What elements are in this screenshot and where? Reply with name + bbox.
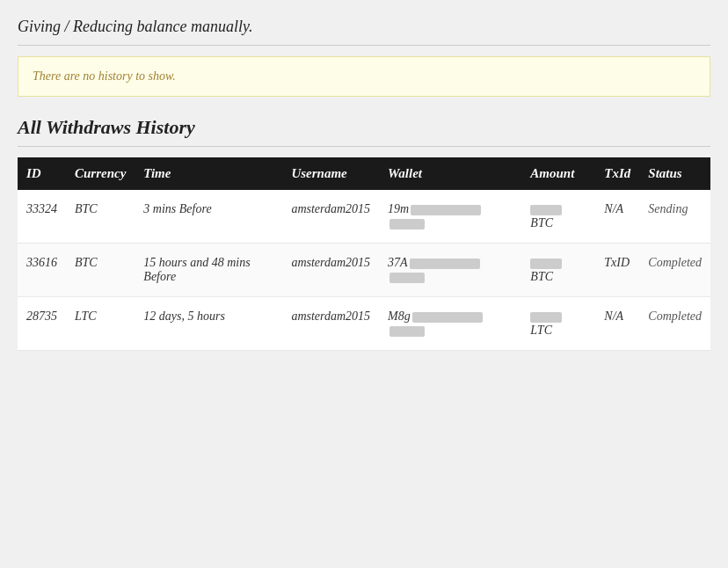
cell-wallet: 37A	[379, 244, 521, 297]
wallet-prefix: 37A	[388, 256, 408, 269]
cell-txid: N/A	[595, 190, 639, 244]
cell-currency: LTC	[66, 297, 135, 351]
no-history-message: There are no history to show.	[33, 69, 176, 83]
table-header-row: ID Currency Time Username Wallet Amount …	[18, 157, 710, 190]
col-header-txid: TxId	[595, 157, 639, 190]
cell-time: 3 mins Before	[135, 190, 282, 244]
divider-2	[18, 146, 710, 147]
col-header-username: Username	[282, 157, 379, 190]
cell-id: 33324	[18, 190, 66, 244]
cell-username: amsterdam2015	[282, 244, 379, 297]
col-header-id: ID	[18, 157, 66, 190]
table-row: 33616BTC15 hours and 48 mins Beforeamste…	[18, 244, 710, 297]
withdraws-table: ID Currency Time Username Wallet Amount …	[18, 157, 710, 351]
divider-1	[18, 45, 710, 46]
cell-username: amsterdam2015	[282, 190, 379, 244]
col-header-status: Status	[639, 157, 710, 190]
withdraws-heading: All Withdraws History	[18, 116, 710, 139]
manual-balance-title: Giving / Reducing balance manually.	[18, 18, 710, 36]
cell-amount: BTC	[521, 190, 595, 244]
page-container: Giving / Reducing balance manually. Ther…	[0, 0, 728, 568]
cell-amount: LTC	[521, 297, 595, 351]
cell-amount: BTC	[521, 244, 595, 297]
cell-currency: BTC	[66, 190, 135, 244]
table-row: 33324BTC3 mins Beforeamsterdam201519mBTC…	[18, 190, 710, 244]
cell-status: Sending	[639, 190, 710, 244]
cell-status: Completed	[639, 297, 710, 351]
cell-id: 33616	[18, 244, 66, 297]
cell-currency: BTC	[66, 244, 135, 297]
cell-txid: N/A	[595, 297, 639, 351]
table-row: 28735LTC12 days, 5 hoursamsterdam2015M8g…	[18, 297, 710, 351]
col-header-time: Time	[135, 157, 282, 190]
col-header-currency: Currency	[66, 157, 135, 190]
wallet-prefix: M8g	[388, 309, 411, 323]
col-header-amount: Amount	[521, 157, 595, 190]
cell-status: Completed	[639, 244, 710, 297]
no-history-box: There are no history to show.	[18, 56, 710, 97]
col-header-wallet: Wallet	[379, 157, 521, 190]
wallet-prefix: 19m	[388, 202, 409, 215]
cell-wallet: M8g	[379, 297, 521, 351]
withdraws-table-wrapper: ID Currency Time Username Wallet Amount …	[18, 157, 710, 351]
cell-time: 15 hours and 48 mins Before	[135, 244, 282, 297]
cell-time: 12 days, 5 hours	[135, 297, 282, 351]
cell-txid: TxID	[595, 244, 639, 297]
cell-wallet: 19m	[379, 190, 521, 244]
cell-id: 28735	[18, 297, 66, 351]
cell-username: amsterdam2015	[282, 297, 379, 351]
